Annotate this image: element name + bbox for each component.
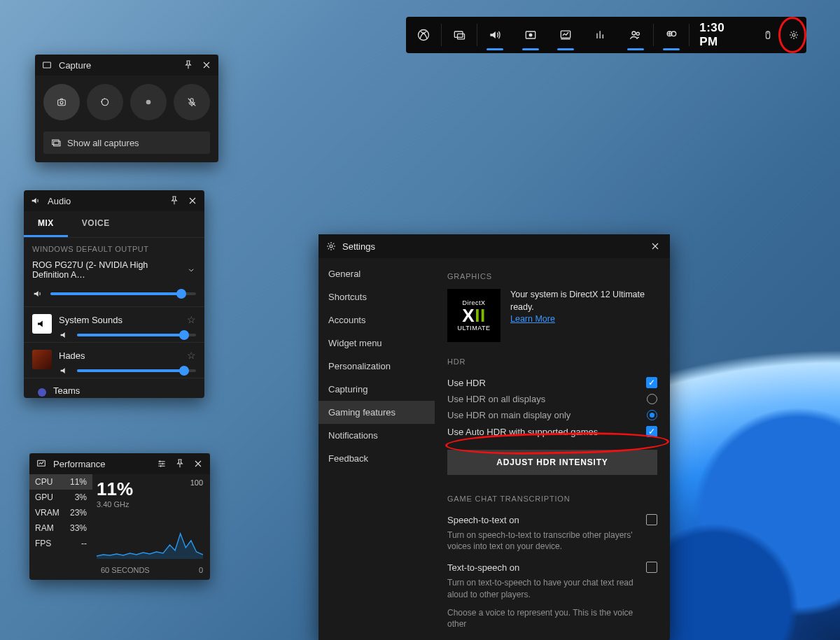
- checkbox-use-hdr[interactable]: [646, 377, 657, 388]
- svg-rect-19: [54, 141, 60, 146]
- app-volume-slider[interactable]: [77, 369, 196, 372]
- perf-row-gpu[interactable]: GPU3%: [29, 490, 92, 505]
- default-output-label: WINDOWS DEFAULT OUTPUT: [32, 245, 196, 253]
- capture-widget: Capture Show all captures: [35, 55, 218, 162]
- app-icon-teams: [38, 388, 46, 397]
- nav-shortcuts[interactable]: Shortcuts: [318, 285, 435, 308]
- gamebar-performance-button[interactable]: [548, 17, 583, 53]
- mouse-icon: [762, 29, 774, 41]
- audio-widget-icon: [29, 194, 42, 207]
- audio-icon: [488, 28, 502, 42]
- close-icon: [192, 458, 204, 469]
- close-icon: [201, 59, 212, 71]
- close-button[interactable]: [192, 457, 204, 470]
- nav-capturing[interactable]: Capturing: [318, 378, 435, 401]
- favorite-toggle[interactable]: ☆: [187, 350, 196, 361]
- settings-content: GRAPHICS DirectX XII ULTIMATE Your syste…: [435, 258, 670, 640]
- nav-widget-menu[interactable]: Widget menu: [318, 332, 435, 355]
- nav-gaming-features[interactable]: Gaming features: [318, 401, 435, 424]
- close-button[interactable]: [200, 59, 213, 71]
- app-volume-slider[interactable]: [77, 334, 196, 336]
- audio-header[interactable]: Audio: [24, 190, 204, 211]
- checkbox-stt[interactable]: [646, 514, 657, 525]
- pin-button[interactable]: [174, 457, 186, 470]
- perf-clock: 3.40 GHz: [97, 500, 203, 509]
- close-button[interactable]: [186, 194, 199, 207]
- svg-point-11: [792, 34, 795, 36]
- gamebar-lfg-button[interactable]: [654, 17, 689, 53]
- opt-use-hdr[interactable]: Use HDR: [447, 374, 657, 391]
- gamebar-mouse-button[interactable]: [755, 17, 781, 53]
- svg-rect-12: [43, 62, 51, 68]
- nav-personalization[interactable]: Personalization: [318, 355, 435, 378]
- settings-nav: General Shortcuts Accounts Widget menu P…: [318, 258, 435, 640]
- capture-header[interactable]: Capture: [35, 55, 218, 76]
- performance-widget-icon: [35, 457, 48, 470]
- volume-icon: [59, 329, 70, 341]
- sliders-icon: [156, 458, 167, 469]
- opt-text-to-speech[interactable]: Text-to-speech on: [447, 559, 657, 576]
- svg-point-21: [330, 245, 332, 248]
- tab-mix[interactable]: MIX: [24, 211, 68, 237]
- pin-button[interactable]: [182, 59, 195, 71]
- perf-ymax: 100: [190, 478, 203, 487]
- close-button[interactable]: [648, 239, 663, 254]
- svg-point-7: [636, 32, 639, 35]
- mic-off-icon: [186, 97, 197, 108]
- perf-row-vram[interactable]: VRAM23%: [29, 505, 92, 520]
- opt-hdr-all-displays[interactable]: Use HDR on all displays: [447, 391, 657, 407]
- gear-icon: [326, 241, 337, 252]
- volume-icon: [32, 288, 43, 299]
- checkbox-tts[interactable]: [646, 562, 657, 573]
- radio-hdr-main[interactable]: [647, 410, 657, 420]
- performance-icon: [559, 28, 573, 42]
- nav-feedback[interactable]: Feedback: [318, 447, 435, 470]
- perf-row-ram[interactable]: RAM33%: [29, 520, 92, 536]
- gamebar-audio-button[interactable]: [477, 17, 512, 53]
- perf-row-cpu[interactable]: CPU11%: [29, 474, 92, 490]
- nav-accounts[interactable]: Accounts: [318, 308, 435, 332]
- nav-general[interactable]: General: [318, 262, 435, 285]
- capture-title: Capture: [59, 60, 176, 71]
- gamebar-xbox-button[interactable]: [406, 17, 441, 53]
- mic-toggle-button[interactable]: [174, 84, 210, 120]
- performance-header[interactable]: Performance: [29, 453, 210, 474]
- tab-voice[interactable]: VOICE: [68, 211, 124, 237]
- perf-ymin: 0: [199, 566, 203, 574]
- opt-speech-to-text[interactable]: Speech-to-text on: [447, 511, 657, 528]
- gamebar-settings-button[interactable]: [780, 17, 806, 53]
- gamebar-capture-button[interactable]: [512, 17, 547, 53]
- resources-icon: [594, 28, 608, 42]
- screenshot-button[interactable]: [43, 84, 80, 120]
- performance-widget: Performance CPU11% GPU3% VRAM23% RAM33% …: [29, 453, 210, 580]
- opt-hdr-main-only[interactable]: Use HDR on main display only: [447, 407, 657, 423]
- favorite-toggle[interactable]: ☆: [187, 314, 196, 325]
- radio-hdr-all[interactable]: [647, 394, 657, 404]
- learn-more-link[interactable]: Learn More: [510, 314, 555, 324]
- record-last-button[interactable]: [87, 84, 123, 120]
- xbox-social-icon: [629, 28, 643, 42]
- directx-ready-text: Your system is DirectX 12 Ultimate ready…: [510, 290, 645, 312]
- output-device-dropdown[interactable]: ROG PG27U (2- NVIDIA High Definition A…: [32, 259, 196, 285]
- settings-header[interactable]: Settings: [318, 234, 670, 258]
- nav-notifications[interactable]: Notifications: [318, 424, 435, 447]
- svg-rect-18: [52, 140, 59, 145]
- record-button[interactable]: [130, 84, 167, 120]
- master-volume-slider[interactable]: [50, 292, 196, 295]
- adjust-hdr-intensity-button[interactable]: ADJUST HDR INTENSITY: [447, 450, 657, 475]
- opt-auto-hdr[interactable]: Use Auto HDR with supported games: [447, 423, 657, 440]
- perf-row-fps[interactable]: FPS--: [29, 536, 92, 551]
- svg-rect-1: [455, 31, 463, 37]
- svg-point-0: [419, 30, 429, 41]
- svg-point-15: [102, 99, 108, 105]
- settings-window: Settings General Shortcuts Accounts Widg…: [318, 234, 670, 640]
- gamebar-social-button[interactable]: [618, 17, 653, 53]
- app-icon-system-sounds: [32, 314, 52, 334]
- configure-button[interactable]: [155, 457, 168, 470]
- pin-button[interactable]: [168, 194, 181, 207]
- gamebar-resources-button[interactable]: [583, 17, 618, 53]
- gamebar-widgets-button[interactable]: [442, 17, 477, 53]
- show-all-captures-button[interactable]: Show all captures: [43, 131, 210, 154]
- performance-metric-list: CPU11% GPU3% VRAM23% RAM33% FPS--: [29, 474, 92, 563]
- checkbox-auto-hdr[interactable]: [646, 426, 657, 437]
